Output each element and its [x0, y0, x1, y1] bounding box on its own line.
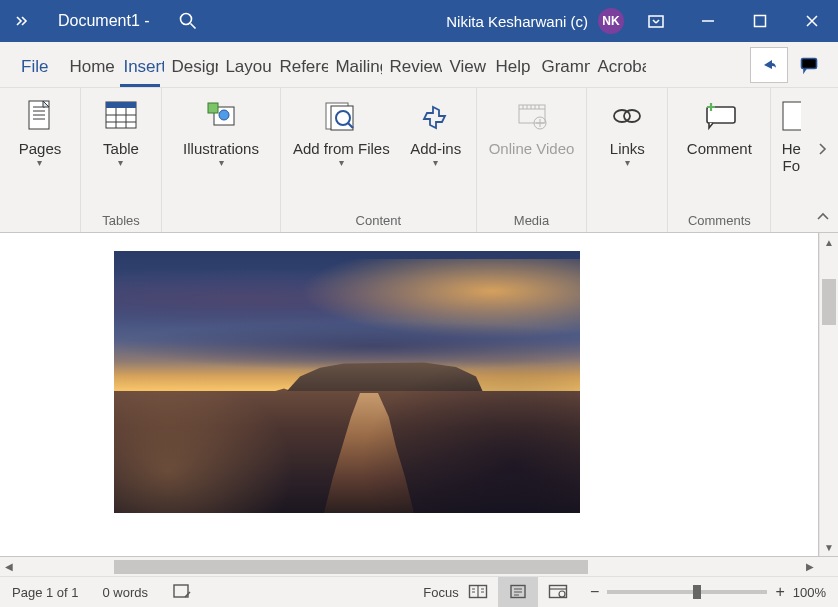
web-layout-button[interactable]: [538, 577, 578, 608]
close-button[interactable]: [786, 0, 838, 42]
focus-mode-button[interactable]: Focus: [418, 577, 458, 608]
svg-point-16: [624, 110, 640, 122]
minimize-button[interactable]: [682, 0, 734, 42]
svg-point-0: [180, 14, 191, 25]
scroll-left-button[interactable]: ◀: [0, 561, 18, 572]
tab-references[interactable]: References: [272, 47, 328, 87]
maximize-icon: [753, 14, 767, 28]
tab-mailings[interactable]: Mailings: [328, 47, 382, 87]
minimize-icon: [701, 14, 715, 28]
comment-bubble-icon: [799, 55, 819, 75]
maximize-button[interactable]: [734, 0, 786, 42]
horizontal-scrollbar-row: ◀ ▶: [0, 556, 838, 576]
svg-rect-18: [783, 102, 801, 130]
table-button[interactable]: Table▾: [85, 94, 157, 184]
share-button[interactable]: [750, 47, 788, 83]
header-footer-icon: [780, 98, 802, 134]
tab-help[interactable]: Help: [488, 47, 534, 87]
zoom-level[interactable]: 100%: [793, 585, 826, 600]
read-mode-button[interactable]: [458, 577, 498, 608]
collapse-ribbon-button[interactable]: [812, 206, 834, 228]
chevron-double-right-icon: [14, 13, 30, 29]
title-bar: Document1 - Nikita Kesharwani (c) NK: [0, 0, 838, 42]
document-title: Document1 -: [44, 0, 164, 42]
chevron-right-icon: [817, 143, 829, 155]
pages-button[interactable]: Pages▾: [4, 94, 76, 184]
status-bar: Page 1 of 1 0 words Focus − + 100%: [0, 576, 838, 607]
web-layout-icon: [548, 584, 568, 600]
online-video-icon: [514, 98, 550, 134]
ribbon-display-icon: [647, 12, 665, 30]
vertical-scroll-thumb[interactable]: [822, 279, 836, 325]
inserted-image[interactable]: [114, 251, 580, 513]
comments-pane-button[interactable]: [790, 47, 828, 83]
add-from-files-icon: [323, 98, 359, 134]
horizontal-scroll-thumb[interactable]: [114, 560, 588, 574]
tab-design[interactable]: Design: [164, 47, 218, 87]
header-footer-button[interactable]: HeFo: [774, 94, 804, 184]
close-icon: [805, 14, 819, 28]
ribbon: Pages▾ . Table▾ Tables Illustrations▾ .: [0, 88, 838, 233]
document-area: ▲ ▼: [0, 233, 838, 556]
tab-grammarly[interactable]: Grammarly: [534, 47, 590, 87]
zoom-out-button[interactable]: −: [590, 583, 599, 601]
pages-icon: [22, 98, 58, 134]
horizontal-scrollbar[interactable]: ◀ ▶: [0, 557, 819, 576]
online-video-button: Online Video: [481, 94, 583, 184]
ribbon-tabs: File HomeInsertDesignLayoutReferencesMai…: [0, 42, 838, 88]
chevron-down-icon: ▾: [433, 157, 438, 169]
avatar[interactable]: NK: [598, 8, 624, 34]
new-comment-icon: [701, 98, 737, 134]
user-name[interactable]: Nikita Kesharwani (c): [446, 13, 588, 30]
chevron-down-icon: ▾: [219, 157, 224, 169]
read-mode-icon: [468, 584, 488, 600]
chevron-up-icon: [816, 210, 830, 224]
tab-insert[interactable]: Insert: [116, 47, 164, 87]
print-layout-icon: [509, 584, 527, 600]
svg-point-24: [559, 591, 565, 597]
tab-view[interactable]: View: [442, 47, 488, 87]
comment-button[interactable]: Comment: [672, 94, 766, 184]
group-label-tables: Tables: [102, 210, 140, 232]
ribbon-overflow-button[interactable]: [812, 138, 834, 160]
page-number[interactable]: Page 1 of 1: [0, 577, 91, 607]
tab-review[interactable]: Review: [382, 47, 442, 87]
vertical-scrollbar[interactable]: ▲ ▼: [819, 233, 838, 556]
zoom-in-button[interactable]: +: [775, 583, 784, 601]
chevron-down-icon: ▾: [625, 157, 630, 169]
document-canvas[interactable]: [0, 233, 819, 556]
zoom-slider[interactable]: [607, 590, 767, 594]
illustrations-icon: [203, 98, 239, 134]
ribbon-display-options[interactable]: [630, 0, 682, 42]
tab-acrobat[interactable]: Acrobat: [590, 47, 646, 87]
illustrations-button[interactable]: Illustrations▾: [166, 94, 276, 184]
search-button[interactable]: [164, 0, 212, 42]
group-label-comments: Comments: [688, 210, 751, 232]
scroll-down-button[interactable]: ▼: [820, 538, 838, 556]
links-button[interactable]: Links▾: [591, 94, 663, 184]
spellcheck-button[interactable]: [160, 577, 204, 607]
search-icon: [178, 11, 198, 31]
addins-button[interactable]: Add-ins▾: [400, 94, 472, 184]
quick-access-overflow[interactable]: [0, 0, 44, 42]
scroll-up-button[interactable]: ▲: [820, 233, 838, 251]
tab-file[interactable]: File: [14, 47, 62, 87]
group-label-media: Media: [514, 210, 549, 232]
zoom-slider-thumb[interactable]: [693, 585, 701, 599]
tab-layout[interactable]: Layout: [218, 47, 272, 87]
chevron-down-icon: ▾: [118, 157, 123, 169]
chevron-down-icon: ▾: [37, 157, 42, 169]
spellcheck-icon: [172, 583, 192, 601]
svg-point-8: [219, 110, 229, 120]
word-count[interactable]: 0 words: [91, 577, 161, 607]
add-from-files-button[interactable]: Add from Files▾: [285, 94, 398, 184]
svg-rect-9: [208, 103, 218, 113]
svg-rect-2: [755, 16, 766, 27]
addins-icon: [418, 98, 454, 134]
svg-rect-3: [802, 58, 817, 68]
group-label-content: Content: [356, 210, 402, 232]
tab-home[interactable]: Home: [62, 47, 116, 87]
links-icon: [609, 98, 645, 134]
scroll-right-button[interactable]: ▶: [801, 561, 819, 572]
print-layout-button[interactable]: [498, 577, 538, 608]
